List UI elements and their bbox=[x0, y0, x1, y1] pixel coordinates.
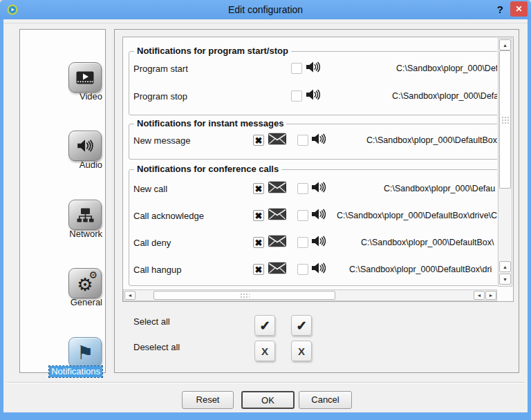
notification-row: Program stopC:\Sandbox\plopr_000\Defaul bbox=[123, 88, 497, 104]
notification-row: Call acknowledge✖C:\Sandbox\plopr_000\De… bbox=[123, 208, 497, 223]
sidebar-item-label: Network bbox=[69, 229, 102, 239]
notification-row-label: New call bbox=[133, 184, 167, 194]
select-all-sounds-button[interactable]: ✓ bbox=[291, 315, 312, 336]
sound-checkbox[interactable] bbox=[297, 237, 308, 248]
vertical-scroll-thumb[interactable] bbox=[499, 50, 511, 189]
sound-checkbox[interactable] bbox=[291, 63, 302, 74]
notification-row: New message✖C:\Sandbox\plopr_000\Default… bbox=[123, 133, 497, 148]
sidebar-item-notifications[interactable]: ⚑Notifications bbox=[20, 337, 105, 379]
sound-checkbox[interactable] bbox=[297, 183, 308, 194]
notification-row: Program startC:\Sandbox\plopr_000\Defaul… bbox=[123, 61, 497, 76]
notifications-settings-panel: Notifications for program start/stopProg… bbox=[114, 29, 519, 373]
notification-row-label: Program start bbox=[133, 64, 188, 74]
sidebar-item-label: Audio bbox=[80, 160, 102, 170]
speaker-icon bbox=[311, 133, 326, 148]
sound-checkbox[interactable] bbox=[297, 135, 308, 146]
help-button[interactable]: ? bbox=[497, 3, 503, 15]
network-icon bbox=[68, 200, 102, 230]
speaker-icon bbox=[306, 61, 320, 76]
audio-icon bbox=[68, 131, 102, 161]
grip-dots-icon bbox=[240, 293, 250, 298]
notifications-scroll-area: Notifications for program start/stopProg… bbox=[122, 37, 514, 302]
grip-dots-icon bbox=[501, 116, 509, 124]
check-icon: ✓ bbox=[259, 318, 270, 334]
group-title: Notifications for program start/stop bbox=[134, 46, 291, 56]
group-title: Notifications for conference calls bbox=[134, 164, 281, 174]
sidebar-item-audio[interactable]: Audio bbox=[20, 131, 105, 172]
envelope-icon bbox=[268, 262, 286, 277]
envelope-icon bbox=[268, 209, 286, 223]
group-title: Notifications for instant messages bbox=[134, 118, 286, 128]
scroll-down-button[interactable]: ▼ bbox=[499, 274, 511, 285]
gear-icon: ⚙⚙ bbox=[68, 268, 102, 298]
sidebar-item-label: General bbox=[71, 297, 102, 307]
notification-row-label: Call hangup bbox=[133, 265, 181, 275]
notification-row-label: Call deny bbox=[133, 238, 171, 248]
notifications-content: Notifications for program start/stopProg… bbox=[123, 37, 497, 289]
sound-file-path: C:\Sandbox\plopr_000\Defaul bbox=[392, 91, 497, 101]
envelope-icon bbox=[268, 182, 286, 196]
select-all-label: Select all bbox=[133, 316, 170, 327]
message-checkbox[interactable]: ✖ bbox=[253, 210, 264, 221]
sidebar-item-video[interactable]: Video bbox=[20, 62, 105, 104]
deselect-all-sounds-button[interactable]: X bbox=[291, 341, 312, 361]
horizontal-scroll-thumb[interactable] bbox=[153, 291, 335, 300]
speaker-icon bbox=[311, 235, 326, 250]
speaker-icon bbox=[311, 181, 326, 196]
x-icon: X bbox=[261, 345, 268, 357]
scroll-left-button[interactable]: ◄ bbox=[124, 291, 136, 300]
notification-row: Call hangup✖C:\Sandbox\plopr_000\Default… bbox=[123, 262, 497, 277]
select-all-messages-button[interactable]: ✓ bbox=[254, 315, 275, 336]
message-checkbox[interactable]: ✖ bbox=[253, 237, 264, 248]
cancel-button[interactable]: Cancel bbox=[299, 391, 352, 409]
speaker-icon bbox=[311, 262, 326, 277]
sound-checkbox[interactable] bbox=[297, 264, 308, 275]
x-icon: X bbox=[298, 345, 305, 357]
dialog-titlebar[interactable]: Edit configuration ? ✕ bbox=[0, 0, 531, 19]
vertical-scrollbar[interactable]: ▲ ▲ ▼ bbox=[498, 38, 512, 287]
notification-row-label: Call acknowledge bbox=[133, 211, 204, 221]
sidebar-item-network[interactable]: Network bbox=[20, 200, 105, 241]
scroll-up-button-2[interactable]: ▲ bbox=[499, 261, 511, 272]
message-checkbox[interactable]: ✖ bbox=[253, 135, 264, 146]
scroll-up-button[interactable]: ▲ bbox=[499, 39, 511, 50]
scroll-right-button[interactable]: ► bbox=[485, 291, 496, 300]
sound-checkbox[interactable] bbox=[291, 90, 302, 102]
sound-file-path: C:\Sandbox\plopr_000\Defau bbox=[384, 184, 495, 193]
sound-file-path: C:\Sandbox\plopr_000\DefaultBox\ bbox=[361, 238, 494, 247]
sound-file-path: C:\Sandbox\plopr_000\DefaultBox\dri bbox=[349, 265, 492, 274]
sidebar-item-label: Notifications bbox=[49, 366, 102, 377]
reset-button[interactable]: Reset bbox=[182, 391, 234, 409]
sidebar-item-general[interactable]: ⚙⚙General bbox=[20, 268, 105, 309]
ok-button[interactable]: OK bbox=[241, 391, 295, 409]
dialog-title: Edit configuration bbox=[0, 4, 531, 15]
scroll-left-button-2[interactable]: ◄ bbox=[474, 291, 485, 300]
envelope-icon bbox=[268, 236, 286, 250]
sound-file-path: C:\Sandbox\plopr_000\DefaultBox bbox=[366, 135, 497, 145]
notification-row-label: New message bbox=[133, 135, 190, 146]
horizontal-scrollbar[interactable]: ◄ ◄ ► bbox=[123, 289, 497, 301]
category-sidebar: VideoAudioNetwork⚙⚙General⚑Notifications bbox=[19, 29, 106, 373]
close-button[interactable]: ✕ bbox=[510, 1, 528, 17]
flag-icon: ⚑ bbox=[68, 337, 102, 368]
speaker-icon bbox=[306, 88, 320, 104]
check-icon: ✓ bbox=[296, 318, 307, 334]
speaker-icon bbox=[311, 208, 326, 223]
sound-checkbox[interactable] bbox=[297, 210, 308, 221]
sound-file-path: C:\Sandbox\plopr_000\DefaultBox\drive\C\ bbox=[337, 211, 497, 220]
deselect-all-label: Deselect all bbox=[133, 342, 180, 352]
message-checkbox[interactable]: ✖ bbox=[253, 264, 264, 275]
notification-row: New call✖C:\Sandbox\plopr_000\Defau bbox=[123, 181, 497, 196]
footer-divider bbox=[7, 382, 524, 383]
deselect-all-messages-button[interactable]: X bbox=[254, 341, 275, 361]
sidebar-item-label: Video bbox=[80, 91, 102, 102]
message-checkbox[interactable]: ✖ bbox=[253, 183, 264, 194]
notification-row: Call deny✖C:\Sandbox\plopr_000\DefaultBo… bbox=[123, 235, 497, 250]
video-icon bbox=[68, 62, 102, 93]
edit-configuration-dialog: Edit configuration ? ✕ VideoAudioNetwork… bbox=[0, 0, 531, 420]
sound-file-path: C:\Sandbox\plopr_000\Default bbox=[396, 64, 497, 73]
envelope-icon bbox=[268, 133, 286, 148]
notification-row-label: Program stop bbox=[133, 91, 187, 102]
